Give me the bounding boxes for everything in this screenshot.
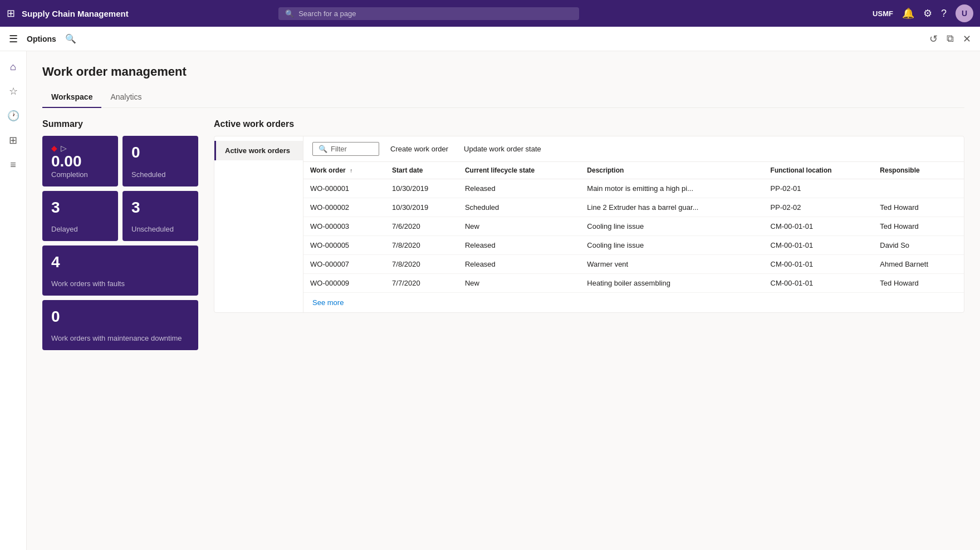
secondbar-search-icon[interactable]: 🔍 xyxy=(65,33,76,44)
grid-icon[interactable]: ⊞ xyxy=(7,7,15,19)
options-label: Options xyxy=(27,35,56,43)
cell-functional-location: CM-00-01-01 xyxy=(764,236,874,255)
cell-description: Line 2 Extruder has a barrel guar... xyxy=(580,198,763,217)
search-input[interactable] xyxy=(298,9,572,18)
work-orders-section: Active work orders Active work orders xyxy=(214,119,964,350)
cell-work-order: WO-000003 xyxy=(303,217,385,236)
card-completion[interactable]: ◆ ▷ 0.00 Completion xyxy=(42,136,118,186)
card-completion-label: Completion xyxy=(51,170,109,179)
page-title: Work order management xyxy=(42,65,964,79)
card-unscheduled-label: Unscheduled xyxy=(131,225,189,233)
card-downtime-label: Work orders with maintenance downtime xyxy=(51,334,189,342)
notification-icon[interactable]: 🔔 xyxy=(902,7,914,19)
col-responsible: Responsible xyxy=(873,162,964,179)
summary-title: Summary xyxy=(42,119,198,129)
card-unscheduled-value: 3 xyxy=(131,199,189,217)
card-faults[interactable]: 4 Work orders with faults xyxy=(42,245,198,296)
table-row[interactable]: WO-0000057/8/2020ReleasedCooling line is… xyxy=(303,236,964,255)
cell-start-date: 10/30/2019 xyxy=(385,198,458,217)
sidebar-item-list[interactable]: ≡ xyxy=(2,154,24,176)
hamburger-icon[interactable]: ☰ xyxy=(9,33,18,45)
cell-work-order: WO-000007 xyxy=(303,255,385,274)
table-row[interactable]: WO-00000110/30/2019ReleasedMain motor is… xyxy=(303,179,964,198)
cell-responsible xyxy=(873,179,964,198)
filter-icon: 🔍 xyxy=(318,145,327,153)
see-more: See more xyxy=(303,293,964,312)
update-work-order-state-button[interactable]: Update work order state xyxy=(459,143,546,155)
section-title: Active work orders xyxy=(214,119,964,129)
content-area: Summary ◆ ▷ 0.00 Completion xyxy=(42,119,964,350)
table-row[interactable]: WO-0000037/6/2020NewCooling line issueCM… xyxy=(303,217,964,236)
cell-start-date: 7/7/2020 xyxy=(385,274,458,293)
card-unscheduled[interactable]: 3 Unscheduled xyxy=(122,191,198,241)
card-faults-value: 4 xyxy=(51,253,189,271)
sidebar-item-recent[interactable]: 🕐 xyxy=(2,105,24,127)
cell-functional-location: PP-02-02 xyxy=(764,198,874,217)
col-description: Description xyxy=(580,162,763,179)
sort-icon[interactable]: ↑ xyxy=(350,168,352,174)
diamond-icon: ◆ xyxy=(51,144,57,153)
cell-lifecycle: New xyxy=(458,274,580,293)
main-content: Work order management Workspace Analytic… xyxy=(27,51,980,550)
filter-box[interactable]: 🔍 Filter xyxy=(312,142,379,156)
cell-work-order: WO-000009 xyxy=(303,274,385,293)
cell-description: Warmer vent xyxy=(580,255,763,274)
table-row[interactable]: WO-0000097/7/2020NewHeating boiler assem… xyxy=(303,274,964,293)
cell-lifecycle: New xyxy=(458,217,580,236)
summary-row-1: ◆ ▷ 0.00 Completion 0 Scheduled xyxy=(42,136,198,186)
settings-icon[interactable]: ⚙ xyxy=(923,7,932,19)
see-more-link[interactable]: See more xyxy=(312,298,344,307)
sidebar-item-modules[interactable]: ⊞ xyxy=(2,129,24,151)
topbar: ⊞ Supply Chain Management 🔍 USMF 🔔 ⚙ ? U xyxy=(0,0,980,27)
card-delayed-value: 3 xyxy=(51,199,109,217)
summary-section: Summary ◆ ▷ 0.00 Completion xyxy=(42,119,198,350)
wo-nav-item-active[interactable]: Active work orders xyxy=(214,141,303,160)
col-functional-location: Functional location xyxy=(764,162,874,179)
cell-work-order: WO-000005 xyxy=(303,236,385,255)
topbar-right: USMF 🔔 ⚙ ? U xyxy=(873,4,973,22)
close-icon[interactable]: ✕ xyxy=(963,33,971,45)
cell-lifecycle: Released xyxy=(458,255,580,274)
cell-responsible: Ted Howard xyxy=(873,198,964,217)
tab-analytics[interactable]: Analytics xyxy=(101,88,150,108)
card-scheduled[interactable]: 0 Scheduled xyxy=(122,136,198,186)
card-scheduled-label: Scheduled xyxy=(131,170,189,179)
card-downtime[interactable]: 0 Work orders with maintenance downtime xyxy=(42,300,198,350)
col-work-order: Work order ↑ xyxy=(303,162,385,179)
cell-start-date: 10/30/2019 xyxy=(385,179,458,198)
card-delayed-label: Delayed xyxy=(51,225,109,233)
cell-work-order[interactable]: WO-000001 xyxy=(303,179,385,198)
cell-responsible: Ted Howard xyxy=(873,274,964,293)
cell-start-date: 7/8/2020 xyxy=(385,236,458,255)
cell-functional-location[interactable]: PP-02-01 xyxy=(764,179,874,198)
work-orders-table: Work order ↑ Start date Current lifecycl… xyxy=(303,162,964,293)
sidebar: ⌂ ☆ 🕐 ⊞ ≡ xyxy=(0,51,27,550)
tab-workspace[interactable]: Workspace xyxy=(42,88,101,108)
cell-description: Heating boiler assembling xyxy=(580,274,763,293)
table-toolbar: 🔍 Filter Create work order Update work o… xyxy=(303,136,964,162)
table-row[interactable]: WO-0000077/8/2020ReleasedWarmer ventCM-0… xyxy=(303,255,964,274)
help-icon[interactable]: ? xyxy=(941,8,947,19)
tabs: Workspace Analytics xyxy=(42,88,964,108)
table-row[interactable]: WO-00000210/30/2019ScheduledLine 2 Extru… xyxy=(303,198,964,217)
search-box[interactable]: 🔍 xyxy=(278,7,579,20)
secondbar-actions: ↺ ⧉ ✕ xyxy=(929,33,971,45)
cell-description: Main motor is emitting a high pi... xyxy=(580,179,763,198)
cell-lifecycle: Scheduled xyxy=(458,198,580,217)
sidebar-item-home[interactable]: ⌂ xyxy=(2,56,24,78)
cell-lifecycle[interactable]: Released xyxy=(458,179,580,198)
card-scheduled-value: 0 xyxy=(131,144,189,161)
card-downtime-value: 0 xyxy=(51,308,189,326)
refresh-icon[interactable]: ↺ xyxy=(929,33,938,45)
cell-responsible: Ahmed Barnett xyxy=(873,255,964,274)
summary-grid: ◆ ▷ 0.00 Completion 0 Scheduled xyxy=(42,136,198,350)
wo-content: 🔍 Filter Create work order Update work o… xyxy=(303,136,964,312)
cell-responsible: Ted Howard xyxy=(873,217,964,236)
card-delayed[interactable]: 3 Delayed xyxy=(42,191,118,241)
open-new-icon[interactable]: ⧉ xyxy=(947,33,954,45)
create-work-order-button[interactable]: Create work order xyxy=(386,143,453,155)
sidebar-item-favorites[interactable]: ☆ xyxy=(2,80,24,102)
avatar[interactable]: U xyxy=(955,4,973,22)
summary-row-3: 4 Work orders with faults xyxy=(42,245,198,296)
cell-responsible: David So xyxy=(873,236,964,255)
